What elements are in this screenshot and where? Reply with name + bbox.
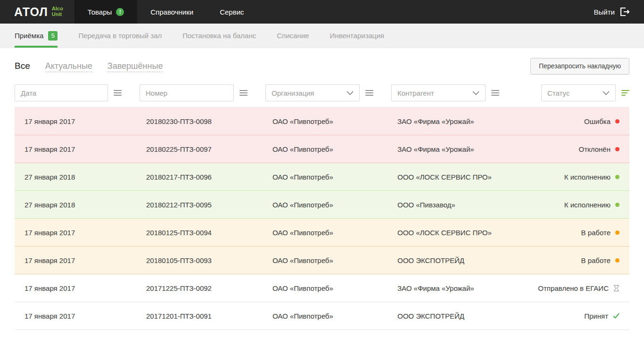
- status-dot: [615, 258, 619, 263]
- hourglass-icon: [613, 285, 619, 292]
- row-number: 20180212-ПТЗ-0095: [146, 201, 272, 209]
- organization-filter-select[interactable]: Организация: [265, 84, 360, 101]
- logo-subtext: Alco Unit: [52, 6, 63, 17]
- table-row[interactable]: 17 января 2017 20180230-ПТЗ-0098 ОАО «Пи…: [15, 107, 629, 135]
- number-filter-input[interactable]: [140, 84, 234, 101]
- organization-filter-group: Организация: [265, 84, 373, 101]
- row-date: 17 января 2017: [25, 284, 146, 292]
- row-status-cell: Принят: [584, 312, 619, 320]
- row-number: 20180225-ПТЗ-0097: [146, 145, 272, 153]
- atol-logo: АТОЛ Alco Unit: [0, 0, 74, 24]
- row-number: 20180217-ПТЗ-0096: [146, 173, 272, 181]
- tab-put-on-balance[interactable]: Постановка на баланс: [182, 24, 256, 48]
- row-status-cell: Ошибка: [584, 117, 619, 125]
- row-status: Ошибка: [584, 117, 611, 125]
- row-organization: ОАО «Пивпотреб»: [272, 173, 397, 181]
- counterparty-filter-select[interactable]: Контрагент: [391, 84, 486, 101]
- nav-item-directories[interactable]: Справочники: [137, 0, 206, 24]
- number-menu-icon[interactable]: [239, 89, 248, 97]
- row-date: 17 января 2017: [25, 145, 146, 153]
- table-row[interactable]: 17 января 2017 20171201-ПТЗ-0091 ОАО «Пи…: [15, 302, 629, 330]
- table-row[interactable]: 17 января 2017 20180225-ПТЗ-0097 ОАО «Пи…: [15, 135, 629, 163]
- tab-label: Списание: [277, 32, 309, 40]
- row-counterparty: ООО ЭКСПОТРЕЙД: [397, 312, 584, 320]
- row-counterparty: ЗАО «Фирма «Урожай»: [397, 284, 538, 292]
- row-organization: ОАО «Пивпотреб»: [272, 117, 397, 125]
- table-row[interactable]: 27 января 2018 20180212-ПТЗ-0095 ОАО «Пи…: [15, 191, 629, 219]
- tab-label: Приёмка: [15, 32, 43, 40]
- row-status-cell: В работе: [581, 229, 619, 237]
- organization-menu-icon[interactable]: [365, 89, 373, 97]
- row-status-cell: Отправлено в ЕГАИС: [538, 284, 619, 292]
- row-counterparty: ООО «ЛОСК СЕРВИС ПРО»: [397, 229, 581, 237]
- row-status-cell: В работе: [581, 256, 619, 264]
- logo-text: АТОЛ: [14, 5, 48, 19]
- row-counterparty: ООО ЭКСПОТРЕЙД: [397, 256, 581, 264]
- row-organization: ОАО «Пивпотреб»: [272, 229, 397, 237]
- view-all[interactable]: Все: [15, 61, 30, 71]
- tab-acceptance[interactable]: Приёмка 5: [15, 24, 58, 48]
- table-row[interactable]: 27 января 2018 20180217-ПТЗ-0096 ОАО «Пи…: [15, 163, 629, 191]
- nav-item-label: Справочники: [150, 8, 193, 16]
- row-date: 27 января 2018: [25, 201, 146, 209]
- tab-write-off[interactable]: Списание: [277, 24, 309, 48]
- counterparty-menu-icon[interactable]: [491, 89, 499, 97]
- row-number: 20171201-ПТЗ-0091: [146, 312, 272, 320]
- row-counterparty: ЗАО «Фирма «Урожай»: [397, 145, 579, 153]
- row-number: 20180105-ПТЗ-0093: [146, 256, 272, 264]
- table-row[interactable]: 17 января 2017 20180105-ПТЗ-0093 ОАО «Пи…: [15, 247, 629, 274]
- nav-item-service[interactable]: Сервис: [206, 0, 257, 24]
- row-status: Отклонён: [579, 145, 611, 153]
- requery-invoice-button[interactable]: Перезапросить накладную: [530, 58, 629, 74]
- view-actual[interactable]: Актуальные: [45, 61, 92, 71]
- row-status-cell: К исполнению: [564, 201, 619, 209]
- row-status: Отправлено в ЕГАИС: [538, 284, 609, 292]
- nav-item-goods[interactable]: Товары !: [74, 0, 138, 24]
- select-placeholder: Организация: [272, 89, 314, 97]
- row-organization: ОАО «Пивпотреб»: [272, 256, 397, 264]
- date-filter-group: [15, 84, 122, 101]
- row-status: В работе: [581, 256, 611, 264]
- table-row[interactable]: 17 января 2017 20180125-ПТЗ-0094 ОАО «Пи…: [15, 219, 629, 247]
- select-placeholder: Статус: [547, 89, 570, 97]
- logout-button[interactable]: Выйти: [580, 0, 644, 24]
- tab-transfer-to-salesroom[interactable]: Передача в торговый зал: [78, 24, 162, 48]
- logout-label: Выйти: [594, 8, 615, 16]
- tab-label: Постановка на баланс: [182, 32, 256, 40]
- row-status: Принят: [584, 312, 608, 320]
- top-nav: АТОЛ Alco Unit Товары ! Справочники Серв…: [0, 0, 644, 24]
- row-status: К исполнению: [564, 173, 611, 181]
- status-dot: [615, 175, 619, 179]
- date-menu-icon[interactable]: [114, 89, 122, 97]
- logout-icon: [620, 8, 630, 16]
- chevron-down-icon: [347, 91, 354, 95]
- tab-label: Инвентаризация: [330, 32, 384, 40]
- status-dot: [615, 119, 619, 123]
- view-filter-row: Все Актуальные Завершённые Перезапросить…: [15, 58, 629, 74]
- row-organization: ОАО «Пивпотреб»: [272, 312, 397, 320]
- chevron-down-icon: [472, 91, 479, 95]
- row-counterparty: ООО «Пивзавод»: [397, 201, 564, 209]
- row-counterparty: ООО «ЛОСК СЕРВИС ПРО»: [397, 173, 564, 181]
- row-date: 27 января 2018: [25, 173, 146, 181]
- section-tabs: Приёмка 5 Передача в торговый зал Постан…: [0, 24, 644, 48]
- nav-item-label: Сервис: [220, 8, 244, 16]
- page-content: Все Актуальные Завершённые Перезапросить…: [0, 58, 644, 330]
- select-placeholder: Контрагент: [397, 89, 434, 97]
- status-filter-select[interactable]: Статус: [541, 84, 616, 101]
- row-status: К исполнению: [564, 201, 611, 209]
- tab-inventory[interactable]: Инвентаризация: [330, 24, 384, 48]
- status-dot: [615, 203, 619, 207]
- row-number: 20180125-ПТЗ-0094: [146, 229, 272, 237]
- row-status: В работе: [581, 229, 611, 237]
- view-completed[interactable]: Завершённые: [107, 61, 163, 71]
- row-date: 17 января 2017: [25, 117, 146, 125]
- row-status-cell: Отклонён: [579, 145, 619, 153]
- status-dot: [615, 230, 619, 235]
- status-sort-icon[interactable]: [621, 89, 629, 97]
- tab-label: Передача в торговый зал: [78, 32, 162, 40]
- table-row[interactable]: 17 января 2017 20171225-ПТЗ-0092 ОАО «Пи…: [15, 274, 629, 302]
- nav-item-label: Товары: [88, 8, 112, 16]
- counterparty-filter-group: Контрагент: [391, 84, 499, 101]
- date-filter-input[interactable]: [15, 84, 108, 101]
